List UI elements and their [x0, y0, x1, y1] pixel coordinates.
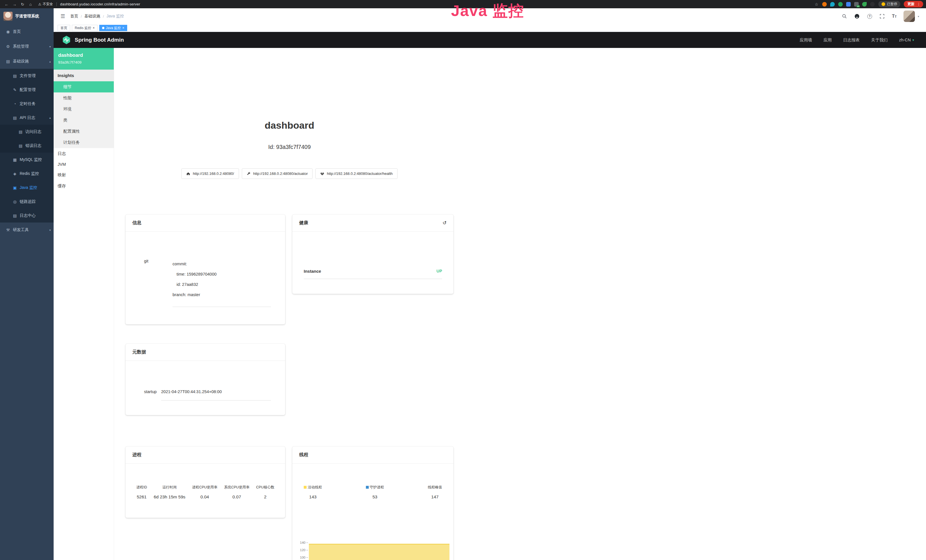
insights-group: 细节 性能 环境 类 配置属性 计划任务 — [54, 81, 114, 148]
close-icon[interactable]: × — [93, 26, 95, 30]
sidebar-item-home[interactable]: ◉ 首页 — [0, 24, 54, 39]
sidebar-item-label: 配置管理 — [20, 87, 36, 92]
log-icon: ▤ — [18, 130, 23, 134]
sidebar-item-label: 研发工具 — [13, 227, 29, 233]
legend-swatch-blue — [366, 486, 369, 489]
sidebar-item-config-management[interactable]: ✎ 配置管理 — [0, 83, 54, 97]
sidebar-item-system-management[interactable]: ⚙ 系统管理 ▾ — [0, 39, 54, 54]
git-id-line: id: 27aa832 — [172, 279, 271, 289]
process-col-cpus: CPU核心数 2 — [256, 485, 274, 499]
sidebar-item-mysql-monitor[interactable]: ▦ MySQL 监控 — [0, 153, 54, 166]
extension-icon-orange[interactable] — [822, 2, 827, 6]
health-card: 健康 ↺ Instance UP — [292, 215, 454, 294]
sba-brand[interactable]: Spring Boot Admin — [62, 35, 124, 45]
file-icon: ▤ — [12, 74, 17, 78]
address-bar-url[interactable]: dashboard.yudao.iocoder.cn/infra/admin-s… — [60, 2, 140, 6]
sba-nav-applications[interactable]: 应用 — [823, 37, 832, 43]
close-icon[interactable]: × — [123, 26, 124, 30]
extension-icon-green-circle[interactable] — [838, 2, 843, 6]
forward-icon[interactable]: → — [11, 2, 18, 6]
locale-label: zh-CN — [899, 38, 911, 42]
col-value: 5261 — [136, 494, 147, 499]
y-axis-tick: 100 — [296, 556, 306, 559]
sba-nav-journal[interactable]: 日志报表 — [843, 37, 859, 43]
emoji-face-icon — [882, 2, 885, 6]
sidebar-item-dev-tools[interactable]: ⚒ 研发工具 ▾ — [0, 222, 54, 238]
sidebar-item-label: API 日志 — [20, 115, 35, 120]
sba-item-mappings[interactable]: 映射 — [54, 170, 114, 180]
process-table: 进程ID 5261 运行时间 6d 23h 15m 59s 进程CPU使用率 0… — [136, 485, 274, 499]
sidebar-item-redis-monitor[interactable]: ◈ Redis 监控 — [0, 166, 54, 180]
sidebar-item-label: 首页 — [13, 29, 21, 34]
sba-locale-select[interactable]: zh-CN ▾ — [899, 38, 914, 42]
sba-logo-icon — [62, 35, 71, 45]
sba-item-classes[interactable]: 类 — [54, 115, 114, 126]
breadcrumb-home[interactable]: 首页 — [70, 14, 78, 19]
update-button[interactable]: 更新 ⋮ — [904, 1, 923, 8]
sidebar-section-insights: Insights — [54, 70, 114, 81]
sba-item-scheduled-tasks[interactable]: 计划任务 — [54, 137, 114, 148]
extension-icon-leaf[interactable] — [862, 2, 867, 6]
sidebar-item-infrastructure[interactable]: ▤ 基础设施 ▴ — [0, 54, 54, 69]
help-icon[interactable]: ? — [867, 14, 872, 19]
breadcrumb-infrastructure[interactable]: 基础设施 — [85, 14, 100, 19]
sidebar-item-file-management[interactable]: ▤ 文件管理 — [0, 69, 54, 83]
chevron-up-icon: ▴ — [49, 116, 51, 119]
fullscreen-icon[interactable] — [879, 14, 885, 19]
col-label: 进程ID — [136, 485, 147, 490]
service-url-button[interactable]: http://192.168.0.2:48080/ — [182, 168, 239, 179]
extension-icon-grid[interactable] — [846, 2, 851, 6]
sidebar-item-access-logs[interactable]: ▤ 访问日志 — [0, 125, 54, 139]
avatar-caret-down-icon[interactable]: ▾ — [918, 15, 919, 18]
extension-icon-paw[interactable] — [870, 2, 875, 6]
y-axis-tick: 120 — [296, 548, 306, 552]
health-url-button[interactable]: http://192.168.0.2:48080/actuator/health — [315, 168, 398, 179]
browser-home-icon[interactable]: ⌂ — [27, 2, 34, 6]
sba-item-caches[interactable]: 缓存 — [54, 180, 114, 192]
info-card: 信息 git commit: time: 1596289704000 id: 2… — [126, 215, 285, 324]
back-icon[interactable]: ← — [3, 2, 10, 6]
browser-menu-icon[interactable]: ⋮ — [916, 2, 922, 6]
sba-nav-wallboard[interactable]: 应用墙 — [800, 37, 812, 43]
sidebar-item-api-logs[interactable]: ▤ API 日志 ▴ — [0, 111, 54, 125]
history-icon[interactable]: ↺ — [443, 220, 446, 226]
site-security-chip[interactable]: ⚠ 不安全 — [38, 2, 53, 6]
extension-icon-droplet[interactable] — [830, 2, 835, 6]
sidebar-item-scheduled-tasks[interactable]: ◔ 定时任务 — [0, 97, 54, 111]
sidebar-item-error-logs[interactable]: ▤ 错误日志 — [0, 139, 54, 153]
process-col-system-cpu: 系统CPU使用率 0.07 — [224, 485, 250, 499]
sba-item-logs[interactable]: 日志 — [54, 148, 114, 159]
tab-java-monitor[interactable]: Java 监控 × — [99, 25, 127, 31]
sba-item-jvm[interactable]: JVM — [54, 159, 114, 170]
search-icon[interactable] — [841, 14, 847, 19]
github-icon[interactable] — [854, 14, 860, 19]
tick-mark — [306, 557, 308, 558]
col-label: 系统CPU使用率 — [224, 485, 250, 490]
sidebar-item-java-monitor[interactable]: ▣ Java 监控 — [0, 180, 54, 195]
sidebar-item-log-center[interactable]: ▤ 日志中心 — [0, 209, 54, 222]
extension-icon-switch[interactable]: on — [854, 2, 859, 6]
hamburger-icon[interactable]: ☰ — [61, 13, 65, 20]
paused-badge[interactable]: 已暂停 — [878, 1, 900, 8]
reload-icon[interactable]: ↻ — [19, 2, 26, 6]
bookmark-star-icon[interactable]: ☆ — [813, 2, 820, 6]
tab-redis-monitor[interactable]: Redis 监控 × — [72, 25, 98, 31]
user-avatar[interactable] — [903, 11, 915, 22]
sba-item-config-props[interactable]: 配置属性 — [54, 126, 114, 137]
sba-item-metrics[interactable]: 性能 — [54, 92, 114, 104]
font-size-icon[interactable]: TT — [892, 14, 897, 19]
sba-item-details[interactable]: 细节 — [54, 81, 114, 92]
tab-label: Java 监控 — [106, 26, 121, 30]
service-url-label: http://192.168.0.2:48080/ — [193, 171, 234, 176]
sba-item-environment[interactable]: 环境 — [54, 104, 114, 115]
sba-nav-about[interactable]: 关于我们 — [871, 37, 888, 43]
legend-label: 活动线程 — [304, 485, 322, 490]
sidebar-item-link-tracing[interactable]: ◎ 链路追踪 — [0, 195, 54, 209]
app-logo[interactable]: 芋道管理系统 — [0, 8, 54, 24]
sba-instance-sidebar: dashboard 93a3fc7f7409 Insights 细节 性能 环境… — [54, 48, 114, 560]
divider — [56, 2, 57, 6]
health-instance-row[interactable]: Instance UP — [304, 269, 442, 279]
tab-home[interactable]: 首页 — [57, 25, 70, 31]
actuator-url-button[interactable]: http://192.168.0.2:48080/actuator — [242, 168, 313, 179]
sba-instance-header[interactable]: dashboard 93a3fc7f7409 — [54, 48, 114, 70]
